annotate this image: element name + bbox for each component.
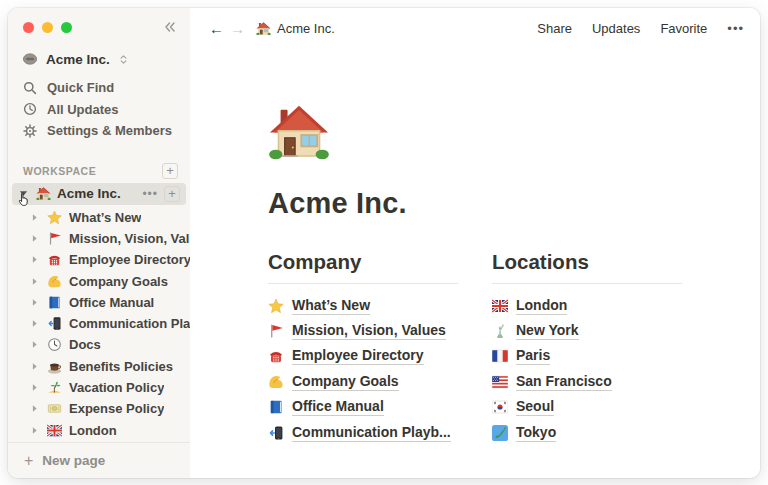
page-link-tokyo[interactable]: Tokyo [492, 420, 682, 445]
page-more-button[interactable]: ••• [142, 187, 158, 201]
workspace-section-label: WORKSPACE [23, 165, 96, 177]
window-controls [23, 22, 72, 33]
page-item-label: Office Manual [69, 295, 154, 310]
page-link-label: San Francisco [516, 373, 612, 391]
sidebar: Acme Inc. Quick FindAll UpdatesSettings … [8, 8, 190, 478]
topbar-favorite-button[interactable]: Favorite [660, 21, 707, 36]
main-area: ← → Acme Inc. ShareUpdatesFavorite ••• A… [190, 8, 760, 478]
expand-toggle-icon[interactable] [29, 276, 40, 287]
new-page-button[interactable]: + New page [8, 442, 190, 478]
topbar: ← → Acme Inc. ShareUpdatesFavorite ••• [190, 8, 760, 48]
divider [492, 283, 682, 284]
flex-arm-icon [47, 274, 62, 289]
coffee-icon [47, 359, 62, 374]
clock-outline-icon [22, 101, 38, 117]
page-link-company-goals[interactable]: Company Goals [268, 369, 458, 394]
sidebar-page-item[interactable]: Docs [8, 334, 190, 355]
link-list: LondonNew YorkParisSan FranciscoSeoulTok… [492, 293, 682, 445]
expand-toggle-icon[interactable] [29, 233, 40, 244]
red-flag-icon [268, 323, 284, 339]
uk-flag-icon [47, 423, 62, 438]
house-icon [256, 21, 271, 36]
sidebar-page-item[interactable]: Company Goals [8, 270, 190, 291]
app-window: Acme Inc. Quick FindAll UpdatesSettings … [8, 8, 760, 478]
sidebar-menu-item-all-updates[interactable]: All Updates [8, 99, 190, 121]
banknote-icon [47, 401, 62, 416]
forward-button[interactable]: → [227, 20, 248, 37]
flex-arm-icon [268, 374, 284, 390]
page-title: Acme Inc. [268, 187, 682, 220]
more-options-button[interactable]: ••• [727, 21, 744, 36]
expand-toggle-icon[interactable] [29, 403, 40, 414]
collapse-sidebar-icon[interactable] [162, 19, 178, 35]
search-icon [22, 80, 38, 96]
column-locations: LocationsLondonNew YorkParisSan Francisc… [492, 250, 682, 445]
sidebar-menu-item-quick-find[interactable]: Quick Find [8, 77, 190, 99]
back-button[interactable]: ← [206, 20, 227, 37]
sidebar-item-acme-root[interactable]: Acme Inc. ••• + [12, 183, 186, 205]
page-link-label: Company Goals [292, 373, 399, 391]
expand-toggle-icon[interactable] [29, 339, 40, 350]
sidebar-page-item[interactable]: Mission, Vision, Valu... [8, 228, 190, 249]
page-link-office-manual[interactable]: Office Manual [268, 395, 458, 420]
sidebar-page-item[interactable]: Office Manual [8, 292, 190, 313]
expand-toggle-icon[interactable] [29, 212, 40, 223]
add-subpage-button[interactable]: + [164, 186, 180, 202]
zoom-window-button[interactable] [61, 22, 72, 33]
expand-toggle-icon[interactable] [29, 254, 40, 265]
sidebar-page-item[interactable]: What’s New [8, 207, 190, 228]
page-link-london[interactable]: London [492, 293, 682, 318]
sidebar-page-item[interactable]: Communication Play... [8, 313, 190, 334]
page-link-new-york[interactable]: New York [492, 318, 682, 343]
sidebar-page-item[interactable]: Employee Directory [8, 249, 190, 270]
page-link-seoul[interactable]: Seoul [492, 395, 682, 420]
page-link-label: Tokyo [516, 424, 556, 442]
sidebar-top [8, 8, 190, 35]
page-item-label: Company Goals [69, 274, 168, 289]
topbar-actions: ShareUpdatesFavorite ••• [537, 21, 744, 36]
column-company: CompanyWhat’s NewMission, Vision, Values… [268, 250, 458, 445]
blue-book-icon [268, 399, 284, 415]
page-link-what-s-new[interactable]: What’s New [268, 293, 458, 318]
page-link-label: Employee Directory [292, 347, 424, 365]
breadcrumb[interactable]: Acme Inc. [256, 21, 335, 36]
sidebar-menu-item-settings-members[interactable]: Settings & Members [8, 120, 190, 142]
expand-toggle-icon[interactable] [29, 297, 40, 308]
sidebar-page-item[interactable]: Expense Policy [8, 398, 190, 419]
expand-toggle-icon[interactable] [29, 425, 40, 436]
collapse-toggle-icon[interactable] [17, 187, 30, 200]
sidebar-page-item[interactable]: Vacation Policy [8, 377, 190, 398]
expand-toggle-icon[interactable] [29, 361, 40, 372]
japan-map-icon [492, 425, 508, 441]
minimize-window-button[interactable] [42, 22, 53, 33]
star-icon [47, 210, 62, 225]
link-list: What’s NewMission, Vision, ValuesEmploye… [268, 293, 458, 445]
breadcrumb-label: Acme Inc. [277, 21, 335, 36]
page-item-label: Docs [69, 337, 101, 352]
sidebar-page-list: What’s NewMission, Vision, Valu...Employ… [8, 207, 190, 463]
topbar-action-buttons: ShareUpdatesFavorite [537, 21, 707, 36]
add-workspace-page-button[interactable]: + [162, 163, 178, 179]
page-link-mission-vision-values[interactable]: Mission, Vision, Values [268, 318, 458, 343]
close-window-button[interactable] [23, 22, 34, 33]
menu-item-label: Settings & Members [47, 123, 172, 138]
mobile-phone-arrow-icon [47, 316, 62, 331]
mobile-phone-arrow-icon [268, 425, 284, 441]
expand-toggle-icon[interactable] [29, 318, 40, 329]
page-link-paris[interactable]: Paris [492, 344, 682, 369]
page-house-icon[interactable] [268, 101, 330, 163]
page-link-san-francisco[interactable]: San Francisco [492, 369, 682, 394]
page-link-communication-playb[interactable]: Communication Playb... [268, 420, 458, 445]
topbar-updates-button[interactable]: Updates [592, 21, 640, 36]
sidebar-page-item[interactable]: London [8, 419, 190, 440]
page-link-label: What’s New [292, 297, 370, 315]
topbar-share-button[interactable]: Share [537, 21, 572, 36]
divider [268, 283, 458, 284]
us-flag-icon [492, 374, 508, 390]
expand-toggle-icon[interactable] [29, 382, 40, 393]
workspace-switcher[interactable]: Acme Inc. [17, 48, 182, 70]
page-link-employee-directory[interactable]: Employee Directory [268, 344, 458, 369]
sidebar-page-item[interactable]: Benefits Policies [8, 356, 190, 377]
star-icon [268, 298, 284, 314]
page-link-label: Paris [516, 347, 550, 365]
